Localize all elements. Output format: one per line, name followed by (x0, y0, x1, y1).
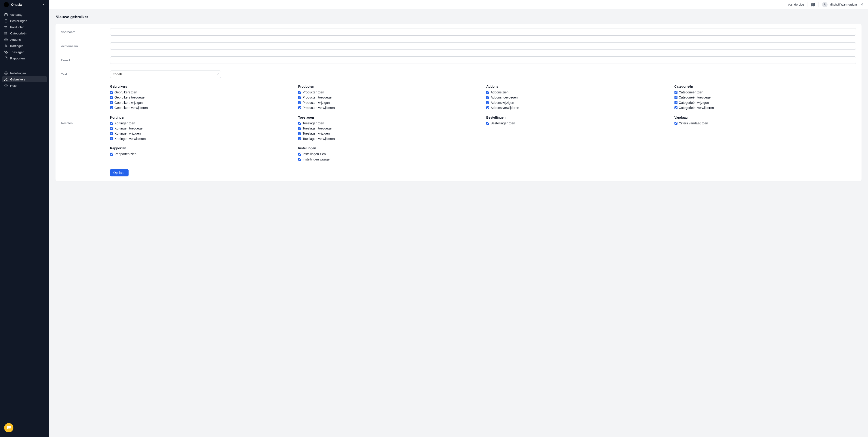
perm-item[interactable]: Cijfers vandaag zien (675, 121, 856, 126)
perm-checkbox[interactable] (298, 106, 301, 110)
perm-label: Gebruikers verwijderen (115, 105, 148, 110)
perm-item[interactable]: Bestellingen zien (486, 121, 668, 126)
get-started-link[interactable]: Aan de slag (788, 3, 804, 6)
perm-checkbox[interactable] (298, 137, 301, 140)
perm-label: Cijfers vandaag zien (679, 121, 708, 126)
perm-checkbox[interactable] (298, 158, 301, 161)
perm-checkbox[interactable] (486, 96, 489, 99)
perm-checkbox[interactable] (110, 122, 113, 125)
perm-item[interactable]: Toeslagen wijzigen (298, 131, 480, 136)
perm-item[interactable]: Kortingen toevoegen (110, 126, 292, 131)
perm-checkbox[interactable] (675, 106, 678, 110)
perm-item[interactable]: Instellingen wijzigen (298, 157, 480, 162)
perm-item[interactable]: Gebruikers zien (110, 90, 292, 95)
sidebar-item-surcharges[interactable]: Toeslagen (2, 49, 47, 55)
sidebar-item-discounts[interactable]: Kortingen (2, 43, 47, 49)
perm-item[interactable]: Producten zien (298, 90, 480, 95)
email-input[interactable] (110, 56, 856, 64)
sidebar-item-orders[interactable]: Bestellingen (2, 18, 47, 24)
perm-checkbox[interactable] (110, 96, 113, 99)
perm-item[interactable]: Toeslagen verwijderen (298, 136, 480, 141)
perm-item[interactable]: Addons wijzigen (486, 100, 668, 105)
perm-checkbox[interactable] (298, 127, 301, 130)
perm-item[interactable]: Kortingen verwijderen (110, 136, 292, 141)
perm-checkbox[interactable] (110, 153, 113, 156)
perm-item[interactable]: Addons toevoegen (486, 95, 668, 100)
perm-checkbox[interactable] (110, 132, 113, 135)
perm-item[interactable]: Producten wijzigen (298, 100, 480, 105)
perm-item[interactable]: Producten toevoegen (298, 95, 480, 100)
sidebar-item-help[interactable]: Help (2, 83, 47, 89)
perm-item[interactable]: Gebruikers verwijderen (110, 105, 292, 110)
perm-checkbox[interactable] (298, 91, 301, 94)
perm-item[interactable]: Categorieën zien (675, 90, 856, 95)
sidebar-item-reports[interactable]: Rapporten (2, 55, 47, 61)
perm-group: RapportenRapporten zien (110, 146, 292, 162)
brand-switcher[interactable]: Onesix (0, 0, 49, 9)
perm-item[interactable]: Addons verwijderen (486, 105, 668, 110)
sidebar-item-settings[interactable]: Instellingen (2, 70, 47, 76)
map-icon[interactable] (811, 2, 815, 7)
perm-item[interactable]: Producten verwijderen (298, 105, 480, 110)
perm-checkbox[interactable] (298, 153, 301, 156)
perm-item[interactable]: Kortingen zien (110, 121, 292, 126)
perm-item[interactable]: Categorieën toevoegen (675, 95, 856, 100)
perm-checkbox[interactable] (298, 101, 301, 104)
perm-checkbox[interactable] (675, 96, 678, 99)
cube-icon (4, 38, 8, 41)
svg-point-16 (5, 44, 5, 45)
document-icon (4, 56, 8, 60)
percent-icon (4, 44, 8, 48)
first-name-input[interactable] (110, 28, 856, 36)
perm-item[interactable]: Categorieën verwijderen (675, 105, 856, 110)
topbar: Aan de slag Mitchell Warmerdam (49, 0, 868, 9)
perm-checkbox[interactable] (675, 101, 678, 104)
perm-checkbox[interactable] (110, 91, 113, 94)
perm-item[interactable]: Instellingen zien (298, 151, 480, 157)
sidebar-item-users[interactable]: Gebruikers (2, 76, 47, 82)
perm-item[interactable]: Kortingen wijzigen (110, 131, 292, 136)
perm-checkbox[interactable] (298, 122, 301, 125)
brand-name: Onesix (11, 3, 40, 6)
list-icon (4, 31, 8, 35)
perm-item[interactable]: Addons zien (486, 90, 668, 95)
perm-label: Kortingen zien (115, 121, 135, 126)
perm-checkbox[interactable] (298, 96, 301, 99)
perm-item[interactable]: Categorieën wijzigen (675, 100, 856, 105)
perm-item[interactable]: Toeslagen toevoegen (298, 126, 480, 131)
perm-group-title: Vandaag (675, 116, 856, 119)
perm-group: KortingenKortingen zienKortingen toevoeg… (110, 116, 292, 142)
user-chip[interactable]: Mitchell Warmerdam (822, 2, 857, 7)
sidebar-item-products[interactable]: Producten (2, 24, 47, 30)
perm-item[interactable]: Toeslagen zien (298, 121, 480, 126)
coins-icon (4, 50, 8, 54)
chat-fab[interactable] (4, 423, 13, 432)
save-button[interactable]: Opslaan (110, 169, 129, 177)
perm-checkbox[interactable] (675, 122, 678, 125)
perm-item[interactable]: Gebruikers toevoegen (110, 95, 292, 100)
language-select[interactable]: Engels (110, 70, 221, 78)
sidebar-item-addons[interactable]: Addons (2, 36, 47, 42)
perm-checkbox[interactable] (675, 91, 678, 94)
last-name-input[interactable] (110, 42, 856, 50)
perm-checkbox[interactable] (110, 101, 113, 104)
logout-icon[interactable] (860, 3, 864, 6)
perm-checkbox[interactable] (298, 132, 301, 135)
label-permissions: Rechten (61, 121, 110, 125)
help-icon (4, 84, 8, 87)
perm-checkbox[interactable] (110, 106, 113, 110)
sidebar-item-today[interactable]: Vandaag (2, 11, 47, 18)
perm-label: Gebruikers toevoegen (115, 95, 146, 100)
perm-group-title: Kortingen (110, 116, 292, 119)
perm-item[interactable]: Gebruikers wijzigen (110, 100, 292, 105)
perm-checkbox[interactable] (486, 122, 489, 125)
perm-checkbox[interactable] (110, 137, 113, 140)
perm-group: ProductenProducten zienProducten toevoeg… (298, 85, 480, 111)
perm-checkbox[interactable] (486, 106, 489, 110)
perm-checkbox[interactable] (110, 127, 113, 130)
perm-checkbox[interactable] (486, 101, 489, 104)
perm-item[interactable]: Rapporten zien (110, 151, 292, 157)
perm-label: Addons toevoegen (491, 95, 518, 100)
sidebar-item-categories[interactable]: Categorieën (2, 30, 47, 36)
perm-checkbox[interactable] (486, 91, 489, 94)
